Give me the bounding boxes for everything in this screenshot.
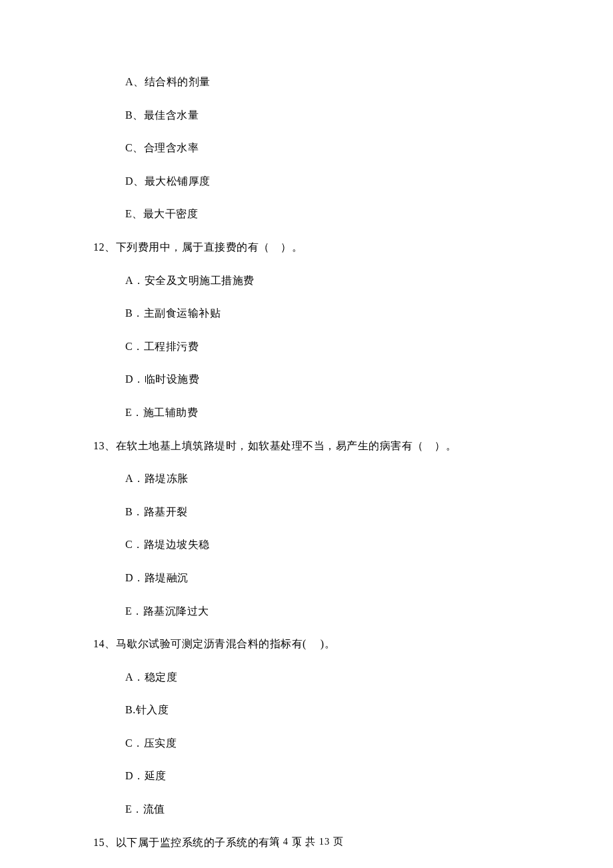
q13-option-b: B．路基开裂: [125, 503, 520, 521]
q12-option-d: D．临时设施费: [125, 371, 520, 388]
page-footer: 第 4 页 共 13 页: [0, 834, 613, 849]
q12-option-c: C．工程排污费: [125, 338, 520, 355]
q13-option-a: A．路堤冻胀: [125, 470, 520, 487]
q13-option-e: E．路基沉降过大: [125, 603, 520, 620]
q14-option-b: B.针入度: [125, 701, 520, 719]
option-pre-a: A、结合料的剂量: [125, 73, 520, 91]
option-pre-c: C、合理含水率: [125, 139, 520, 157]
question-12: 12、下列费用中，属于直接费的有（ ）。: [93, 239, 520, 256]
q14-option-c: C．压实度: [125, 735, 520, 752]
option-pre-d: D、最大松铺厚度: [125, 173, 520, 190]
q13-option-c: C．路堤边坡失稳: [125, 536, 520, 553]
question-14: 14、马歇尔试验可测定沥青混合料的指标有( )。: [93, 635, 520, 653]
option-pre-e: E、最大干密度: [125, 205, 520, 223]
q13-option-d: D．路堤融沉: [125, 569, 520, 587]
q12-option-b: B．主副食运输补贴: [125, 305, 520, 322]
q12-option-a: A．安全及文明施工措施费: [125, 272, 520, 289]
q14-option-a: A．稳定度: [125, 669, 520, 686]
option-pre-b: B、最佳含水量: [125, 107, 520, 124]
page-content: A、结合料的剂量 B、最佳含水量 C、合理含水率 D、最大松铺厚度 E、最大干密…: [0, 0, 613, 868]
q14-option-e: E．流值: [125, 801, 520, 818]
q14-option-d: D．延度: [125, 767, 520, 785]
q12-option-e: E．施工辅助费: [125, 404, 520, 421]
question-13: 13、在软土地基上填筑路堤时，如软基处理不当，易产生的病害有（ ）。: [93, 437, 520, 455]
